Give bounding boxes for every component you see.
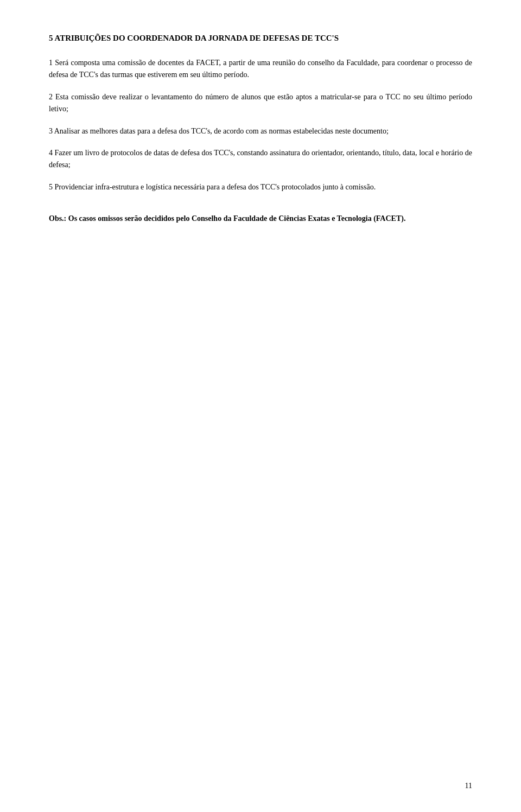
section-heading: 5 ATRIBUIÇÕES DO COORDENADOR DA JORNADA …: [49, 33, 472, 44]
paragraph-3: 3 Analisar as melhores datas para a defe…: [49, 125, 472, 137]
obs-block: Obs.: Os casos omissos serão decididos p…: [49, 213, 472, 225]
page-number: 11: [465, 782, 472, 790]
paragraph-4: 4 Fazer um livro de protocolos de datas …: [49, 147, 472, 172]
paragraph-5: 5 Providenciar infra-estrutura e logísti…: [49, 181, 472, 193]
paragraph-2: 2 Esta comissão deve realizar o levantam…: [49, 91, 472, 116]
page-container: 5 ATRIBUIÇÕES DO COORDENADOR DA JORNADA …: [0, 0, 521, 812]
obs-paragraph: Obs.: Os casos omissos serão decididos p…: [49, 213, 472, 225]
paragraph-1: 1 Será composta uma comissão de docentes…: [49, 57, 472, 81]
